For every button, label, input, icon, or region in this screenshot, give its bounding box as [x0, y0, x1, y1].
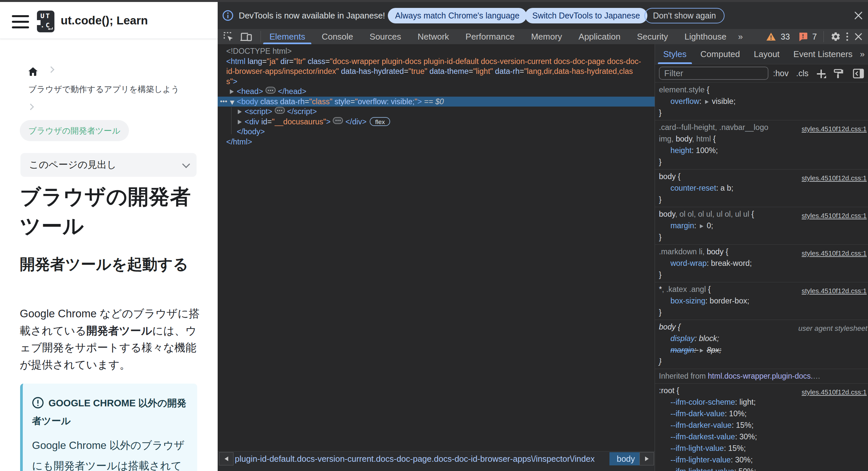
- devtools-tab-application[interactable]: Application: [570, 29, 628, 44]
- dom-token-attr: id: [259, 118, 268, 126]
- new-style-rule-icon[interactable]: [815, 68, 827, 80]
- utcode-logo[interactable]: UT .C: [37, 10, 54, 32]
- dom-node[interactable]: <!DOCTYPE html>: [218, 46, 655, 56]
- expand-longhand-icon[interactable]: [705, 100, 709, 104]
- dom-token-tag: >: [417, 97, 422, 106]
- expand-arrow-open-icon[interactable]: [230, 101, 235, 105]
- css-declaration[interactable]: height: 100%;: [655, 145, 868, 156]
- css-declaration[interactable]: --ifm-darker-value: 15%;: [655, 419, 868, 431]
- error-count[interactable]: 7: [812, 32, 817, 41]
- devtools-tab-performance[interactable]: Performance: [457, 29, 523, 44]
- css-declaration[interactable]: margin: 0;: [655, 220, 868, 231]
- css-declaration[interactable]: --ifm-dark-value: 10%;: [655, 408, 868, 419]
- error-icon[interactable]: [798, 32, 808, 41]
- dom-breadcrumb-selected[interactable]: body: [610, 452, 642, 465]
- dom-node[interactable]: <head></head>: [218, 86, 655, 97]
- styles-filter-input[interactable]: Filter: [659, 67, 768, 80]
- expand-longhand-icon[interactable]: [700, 224, 704, 228]
- switch-devtools-japanese-button[interactable]: Switch DevTools to Japanese: [525, 8, 647, 24]
- expand-arrow-closed-icon[interactable]: [230, 89, 234, 94]
- css-rule-line: img, body, html {: [655, 133, 868, 145]
- sidebar-tab-styles[interactable]: Styles: [656, 44, 693, 64]
- sidebar-tab-event-listeners[interactable]: Event Listeners: [786, 44, 860, 64]
- sidebar-more-tabs-chevron[interactable]: »: [860, 44, 868, 64]
- style-token: --ifm-light-value: [671, 444, 724, 452]
- devtools-tab-sources[interactable]: Sources: [362, 29, 409, 44]
- warning-count[interactable]: 33: [781, 32, 790, 41]
- css-declaration[interactable]: word-wrap: break-word;: [655, 258, 868, 269]
- sidebar-toggle-icon[interactable]: [853, 69, 864, 78]
- crumb-scroll-left-button[interactable]: [219, 452, 234, 465]
- infobar-close-icon[interactable]: [854, 10, 863, 21]
- dom-breadcrumb-trail[interactable]: plugin-id-default.docs-version-current.d…: [235, 452, 595, 465]
- devtools-tab-elements[interactable]: Elements: [261, 29, 313, 44]
- devtools-tab-lighthouse[interactable]: Lighthouse: [676, 29, 735, 44]
- dom-node[interactable]: <html lang="ja" dir="ltr" class="docs-wr…: [218, 56, 655, 67]
- breadcrumb-home-icon[interactable]: [28, 67, 38, 76]
- always-match-language-button[interactable]: Always match Chrome's language: [388, 8, 527, 24]
- dom-node[interactable]: <script></script>: [218, 106, 655, 117]
- stylesheet-source-link[interactable]: styles.4510f12d.css:1: [802, 386, 867, 398]
- css-declaration[interactable]: --ifm-darkest-value: 30%;: [655, 431, 868, 443]
- css-declaration[interactable]: margin: 8px;: [655, 344, 868, 356]
- devtools-tab-network[interactable]: Network: [409, 29, 457, 44]
- dom-node[interactable]: id-browser-apps/inspector/index" data-ha…: [218, 66, 655, 76]
- css-declaration[interactable]: --ifm-light-value: 15%;: [655, 443, 868, 454]
- css-declaration[interactable]: --ifm-lighter-value: 30%;: [655, 454, 868, 466]
- stylesheet-source-link[interactable]: styles.4510f12d.css:1: [802, 285, 867, 296]
- devtools-tab-console[interactable]: Console: [313, 29, 361, 44]
- dom-node[interactable]: </body>: [218, 127, 655, 137]
- infobar-message: DevTools is now available in Japanese!: [239, 11, 385, 21]
- devtools-close-icon[interactable]: [854, 32, 863, 41]
- toc-label: このページの見出し: [29, 158, 116, 171]
- expand-longhand-icon[interactable]: [700, 349, 704, 353]
- inherited-from-link[interactable]: html.docs-wrapper.plugin-docs.: [708, 372, 813, 380]
- toggle-hover-state-button[interactable]: :hov: [773, 64, 788, 83]
- css-declaration[interactable]: --ifm-lightest-value: 50%;: [655, 466, 868, 471]
- css-declaration[interactable]: --ifm-color-scheme: light;: [655, 397, 868, 408]
- dont-show-again-button[interactable]: Don't show again: [644, 8, 724, 24]
- settings-gear-icon[interactable]: [830, 31, 841, 42]
- css-declaration[interactable]: counter-reset: a b;: [655, 182, 868, 194]
- css-declaration[interactable]: display: block;: [655, 333, 868, 344]
- inspect-element-icon[interactable]: [223, 31, 234, 42]
- selected-node-menu-icon[interactable]: •••: [220, 96, 227, 106]
- css-declaration[interactable]: box-sizing: border-box;: [655, 295, 868, 307]
- style-token: .card--full-height, .navbar__logo: [659, 123, 768, 132]
- dom-node-selected[interactable]: •••<body class data-rh="class" style="ov…: [218, 97, 655, 107]
- stylesheet-source-link[interactable]: styles.4510f12d.css:1: [802, 123, 867, 134]
- css-declaration[interactable]: overflow: visible;: [655, 96, 868, 107]
- flex-badge[interactable]: flex: [370, 117, 390, 126]
- sidebar-tab-computed[interactable]: Computed: [693, 44, 747, 64]
- paint-format-icon[interactable]: [833, 69, 844, 79]
- dom-node[interactable]: </html>: [218, 137, 655, 147]
- collapsed-content-ellipsis-button[interactable]: [275, 107, 285, 114]
- toc-collapse-button[interactable]: このページの見出し: [21, 153, 196, 177]
- collapsed-content-ellipsis-button[interactable]: [266, 87, 276, 94]
- breadcrumb-current[interactable]: ブラウザの開発者ツール: [20, 120, 129, 141]
- stylesheet-source-link[interactable]: styles.4510f12d.css:1: [802, 247, 867, 259]
- stylesheet-source-link[interactable]: styles.4510f12d.css:1: [802, 210, 867, 221]
- device-toolbar-icon[interactable]: [240, 31, 252, 42]
- more-tabs-chevron[interactable]: »: [738, 29, 743, 44]
- collapsed-content-ellipsis-button[interactable]: [333, 117, 343, 124]
- style-token: {: [711, 134, 716, 143]
- dom-token-val: "light": [473, 67, 493, 75]
- toggle-class-button[interactable]: .cls: [796, 64, 809, 83]
- warning-icon[interactable]: [766, 32, 776, 41]
- devtools-tab-security[interactable]: Security: [629, 29, 676, 44]
- dom-node[interactable]: <div id="__docusaurus"></div>flex: [218, 117, 655, 127]
- dom-node[interactable]: s">: [218, 76, 655, 87]
- crumb-scroll-right-button[interactable]: [640, 452, 654, 465]
- expand-arrow-closed-icon[interactable]: [238, 120, 242, 124]
- site-title[interactable]: ut.code(); Learn: [61, 14, 148, 27]
- dom-token-attr: class: [258, 97, 278, 106]
- expand-arrow-closed-icon[interactable]: [238, 109, 242, 114]
- breadcrumb-section[interactable]: ブラウザで動作するアプリを構築しよう: [28, 84, 179, 95]
- sidebar-tab-layout[interactable]: Layout: [747, 44, 786, 64]
- kebab-menu-icon[interactable]: [845, 31, 849, 42]
- hamburger-menu-icon[interactable]: [12, 14, 29, 29]
- stylesheet-source-link[interactable]: styles.4510f12d.css:1: [802, 172, 867, 184]
- devtools-tab-memory[interactable]: Memory: [523, 29, 570, 44]
- dom-token-icss: overflow: visible;: [358, 97, 414, 106]
